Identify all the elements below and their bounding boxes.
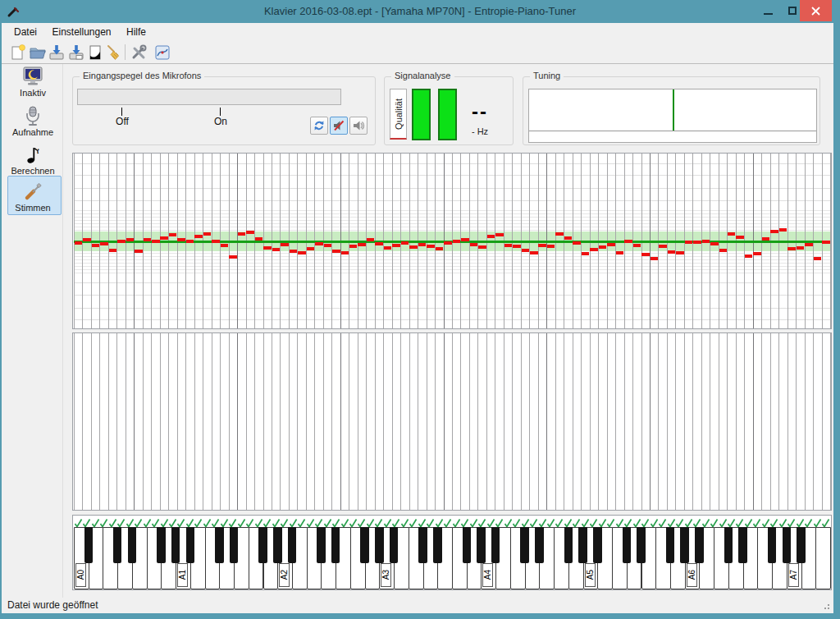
white-key[interactable]: [815, 527, 831, 589]
speaker-button[interactable]: [349, 117, 368, 135]
black-key[interactable]: [724, 527, 733, 563]
black-key[interactable]: [491, 527, 500, 563]
black-key[interactable]: [695, 527, 704, 563]
refresh-button[interactable]: [310, 117, 328, 135]
key-check-icon: [769, 516, 778, 526]
key-gridline: [796, 333, 797, 510]
key-gridline: [573, 333, 573, 510]
black-key[interactable]: [783, 527, 792, 563]
spectrum-chart[interactable]: [72, 332, 832, 511]
sidebar-item-stimmen[interactable]: Stimmen: [3, 181, 62, 213]
deviation-mark: [736, 236, 744, 239]
black-key[interactable]: [680, 527, 689, 563]
key-gridline: [116, 333, 117, 510]
titlebar[interactable]: Klavier 2016-03-08.ept - [Yamaha MP70N] …: [0, 0, 840, 23]
black-key[interactable]: [273, 527, 282, 563]
deviation-mark: [461, 238, 469, 241]
key-check-icon: [504, 516, 513, 526]
key-gridline: [82, 333, 83, 510]
key-gridline: [254, 333, 255, 510]
black-key[interactable]: [578, 527, 587, 563]
black-key[interactable]: [258, 527, 267, 563]
new-file-button[interactable]: [9, 44, 28, 62]
key-gridline: [486, 333, 487, 510]
black-key[interactable]: [477, 527, 486, 563]
tuning-deviation-chart[interactable]: [72, 153, 832, 329]
key-check-icon: [512, 516, 521, 526]
key-check-icon: [366, 516, 375, 526]
key-gridline: [168, 333, 169, 510]
black-key[interactable]: [593, 527, 602, 563]
key-check-icon: [752, 516, 761, 526]
key-gridline: [314, 333, 315, 510]
microphone-icon: [23, 106, 43, 126]
tick-label-on: On: [204, 116, 237, 127]
sidebar-item-aufnahme[interactable]: Aufnahme: [3, 106, 62, 137]
black-key[interactable]: [433, 527, 442, 563]
menu-hilfe[interactable]: Hilfe: [121, 23, 152, 42]
black-key[interactable]: [186, 527, 195, 563]
sidebar-item-berechnen[interactable]: t Berechnen: [3, 144, 62, 176]
black-key[interactable]: [317, 527, 326, 563]
menu-einstellungen[interactable]: Einstellungen: [46, 23, 116, 42]
black-key[interactable]: [418, 527, 427, 563]
tuning-baseline: [529, 131, 816, 131]
key-check-icon: [443, 516, 452, 526]
black-key[interactable]: [128, 527, 137, 563]
deviation-mark: [83, 238, 91, 241]
black-key[interactable]: [157, 527, 166, 563]
close-icon: [811, 7, 820, 16]
black-key[interactable]: [768, 527, 777, 563]
black-key[interactable]: [84, 527, 94, 563]
black-key[interactable]: [375, 527, 384, 563]
black-key[interactable]: [171, 527, 180, 563]
deviation-mark: [384, 246, 392, 250]
options-button[interactable]: [130, 44, 148, 62]
black-key[interactable]: [215, 527, 224, 563]
export-sheet-button[interactable]: [86, 44, 105, 62]
black-key[interactable]: [360, 527, 369, 563]
deviation-mark: [100, 242, 108, 245]
key-check-icon: [262, 516, 272, 526]
key-gridline: [495, 333, 495, 510]
key-check-icon: [804, 516, 813, 526]
black-key[interactable]: [564, 527, 573, 563]
minimize-button[interactable]: [756, 0, 780, 21]
deviation-mark: [75, 241, 83, 245]
deviation-mark: [409, 245, 418, 249]
sidebar-item-inaktiv[interactable]: Inaktiv: [3, 66, 62, 98]
open-file-button[interactable]: [29, 44, 48, 62]
save-button[interactable]: [48, 44, 66, 62]
black-key[interactable]: [797, 527, 806, 563]
black-key[interactable]: [520, 527, 529, 563]
sidebar-label-inaktiv: Inaktiv: [3, 88, 62, 98]
resize-grip[interactable]: [822, 602, 830, 610]
black-key[interactable]: [113, 527, 122, 563]
black-key[interactable]: [230, 527, 239, 563]
black-key[interactable]: [288, 527, 297, 563]
deviation-mark: [616, 251, 624, 254]
tuning-curve-button[interactable]: [153, 44, 172, 62]
key-gridline: [160, 333, 161, 510]
key-gridline: [504, 333, 504, 510]
black-key[interactable]: [535, 527, 544, 563]
close-button[interactable]: [800, 0, 832, 21]
black-key[interactable]: [623, 527, 632, 563]
reset-recording-button[interactable]: [105, 44, 124, 62]
mute-button[interactable]: [330, 117, 348, 135]
app-window: { "window": { "title": "Klavier 2016-03-…: [0, 0, 840, 619]
key-check-icon: [821, 516, 830, 526]
menu-datei[interactable]: Datei: [8, 23, 43, 42]
black-key[interactable]: [637, 527, 646, 563]
deviation-mark: [538, 244, 546, 247]
black-key[interactable]: [331, 527, 340, 563]
save-as-button[interactable]: [67, 44, 86, 62]
octave-key-label: A4: [482, 563, 493, 587]
black-key[interactable]: [390, 527, 399, 563]
black-key[interactable]: [738, 527, 747, 563]
black-key[interactable]: [463, 527, 472, 563]
black-key[interactable]: [666, 527, 675, 563]
key-check-icon: [116, 516, 126, 526]
deviation-mark: [160, 236, 168, 240]
key-check-icon: [151, 516, 160, 526]
